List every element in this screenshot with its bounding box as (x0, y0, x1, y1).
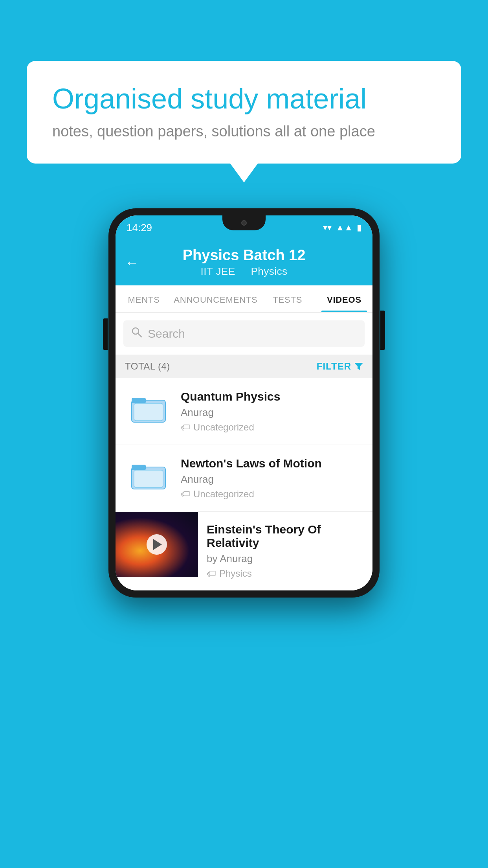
tag-label-1: Uncategorized (193, 422, 254, 433)
app-header: ← Physics Batch 12 IIT JEE Physics (116, 240, 372, 285)
phone-outer: 14:29 ▾▾ ▲▲ ▮ ← Physics Batch 12 IIT JEE… (108, 208, 380, 598)
folder-icon-2 (131, 460, 166, 491)
notch (222, 215, 266, 230)
tab-videos[interactable]: VIDEOS (316, 285, 372, 312)
svg-rect-3 (132, 398, 146, 403)
signal-icon: ▲▲ (336, 223, 353, 233)
video-author-3: by Anurag (207, 553, 365, 565)
filter-bar: TOTAL (4) FILTER (116, 355, 372, 378)
list-item[interactable]: Newton's Laws of Motion Anurag 🏷 Uncateg… (116, 445, 372, 512)
list-item[interactable]: Einstein's Theory Of Relativity by Anura… (116, 512, 372, 590)
tag-icon-2: 🏷 (181, 489, 190, 500)
list-item[interactable]: Quantum Physics Anurag 🏷 Uncategorized (116, 378, 372, 445)
video-info-1: Quantum Physics Anurag 🏷 Uncategorized (181, 390, 363, 433)
video-info-3: Einstein's Theory Of Relativity by Anura… (198, 512, 372, 590)
video-title-2: Newton's Laws of Motion (181, 457, 363, 470)
video-author-1: Anurag (181, 406, 363, 419)
einstein-thumbnail (116, 512, 198, 577)
video-info-2: Newton's Laws of Motion Anurag 🏷 Uncateg… (181, 457, 363, 500)
play-icon (153, 539, 162, 550)
search-icon (131, 327, 142, 340)
svg-rect-6 (132, 465, 146, 470)
tag-label-2: Uncategorized (193, 489, 254, 500)
status-bar: 14:29 ▾▾ ▲▲ ▮ (116, 215, 372, 240)
camera-dot (241, 220, 247, 226)
bubble-title: Organised study material (52, 83, 436, 115)
bubble-subtitle: notes, question papers, solutions all at… (52, 123, 436, 140)
tab-bar: MENTS ANNOUNCEMENTS TESTS VIDEOS (116, 285, 372, 313)
tab-ments[interactable]: MENTS (116, 285, 172, 312)
video-list: Quantum Physics Anurag 🏷 Uncategorized (116, 378, 372, 590)
tab-tests[interactable]: TESTS (259, 285, 316, 312)
tag-icon-1: 🏷 (181, 422, 190, 433)
tab-announcements[interactable]: ANNOUNCEMENTS (172, 285, 259, 312)
wifi-icon: ▾▾ (323, 223, 332, 233)
speech-bubble-container: Organised study material notes, question… (27, 61, 461, 164)
back-button[interactable]: ← (125, 256, 139, 270)
folder-thumb-1 (125, 390, 172, 427)
video-author-2: Anurag (181, 473, 363, 485)
filter-button[interactable]: FILTER (317, 361, 363, 372)
status-time: 14:29 (127, 222, 152, 234)
speech-bubble: Organised study material notes, question… (27, 61, 461, 164)
video-title-3: Einstein's Theory Of Relativity (207, 523, 365, 550)
folder-thumb-2 (125, 457, 172, 494)
header-title: Physics Batch 12 (125, 247, 363, 264)
search-container: Search (116, 313, 372, 355)
header-subtitle-iit: IIT JEE (200, 265, 235, 277)
phone-mockup: 14:29 ▾▾ ▲▲ ▮ ← Physics Batch 12 IIT JEE… (108, 208, 380, 598)
folder-icon-1 (131, 393, 166, 425)
filter-label: FILTER (317, 361, 351, 372)
search-placeholder: Search (148, 327, 185, 340)
header-subtitle: IIT JEE Physics (125, 265, 363, 278)
svg-rect-4 (134, 403, 163, 421)
video-tag-3: 🏷 Physics (207, 568, 365, 579)
video-tag-1: 🏷 Uncategorized (181, 422, 363, 433)
video-tag-2: 🏷 Uncategorized (181, 489, 363, 500)
header-subtitle-physics: Physics (251, 265, 287, 277)
video-title-1: Quantum Physics (181, 390, 363, 403)
svg-rect-7 (134, 470, 163, 487)
tag-label-3: Physics (219, 568, 252, 579)
phone-screen: 14:29 ▾▾ ▲▲ ▮ ← Physics Batch 12 IIT JEE… (116, 215, 372, 590)
filter-icon (354, 362, 363, 370)
play-button[interactable] (147, 534, 167, 555)
total-label: TOTAL (4) (125, 361, 170, 372)
status-icons: ▾▾ ▲▲ ▮ (323, 223, 361, 233)
svg-line-1 (138, 333, 141, 337)
battery-icon: ▮ (357, 223, 361, 233)
tag-icon-3: 🏷 (207, 568, 216, 579)
search-bar[interactable]: Search (123, 320, 365, 347)
